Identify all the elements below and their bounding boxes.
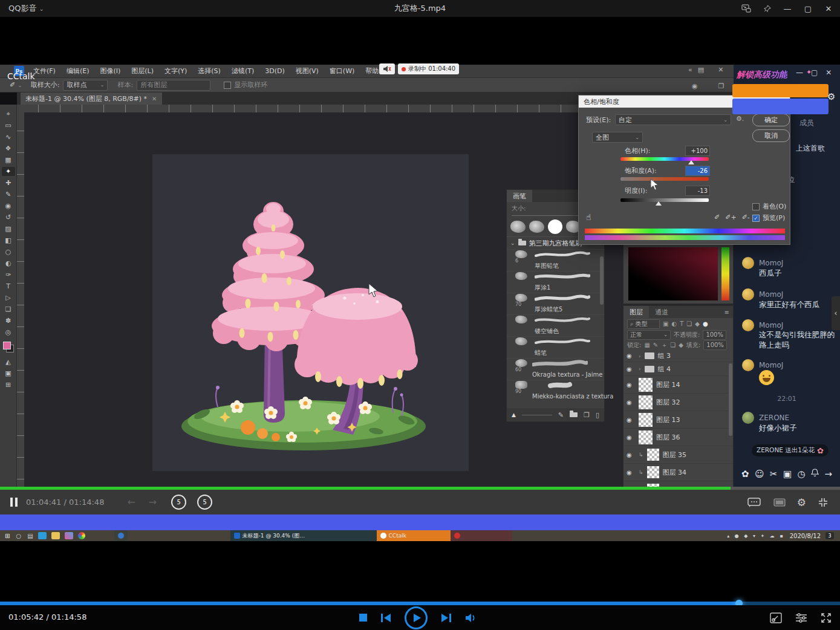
saturation-value-field[interactable] xyxy=(628,247,718,300)
lightness-slider[interactable] xyxy=(620,198,709,202)
path-select-tool-icon[interactable]: ▷ xyxy=(2,293,15,302)
maximize-icon[interactable]: ▢ xyxy=(798,0,818,17)
inner-pause-icon[interactable] xyxy=(10,498,18,507)
collapse-panels-icon[interactable]: « xyxy=(688,66,692,74)
forward-5s-icon[interactable]: 5 xyxy=(197,495,212,510)
eyedropper-tool-icon[interactable]: ✦ xyxy=(2,167,15,176)
filter-shape-icon[interactable]: ❏ xyxy=(686,320,692,327)
brush-tip-1[interactable] xyxy=(510,221,526,233)
zoom-tool-icon[interactable]: ◎ xyxy=(2,328,15,337)
lock-artboard-icon[interactable]: ❏ xyxy=(670,342,676,348)
new-snapshot-icon[interactable]: ❐ xyxy=(718,82,724,90)
pin-icon[interactable] xyxy=(757,0,777,17)
panel-menu-icon[interactable]: ≡ xyxy=(724,309,729,316)
camera-panel-icon[interactable]: ◉ xyxy=(692,82,698,90)
chat-minimize-icon[interactable]: — xyxy=(796,68,803,77)
panel-close-icon[interactable]: ✕ xyxy=(718,66,723,74)
menu-window[interactable]: 窗口(W) xyxy=(324,67,360,76)
on-image-adjust-icon[interactable]: ☝ xyxy=(586,212,591,222)
layer-row[interactable]: ◉ 图层 13 xyxy=(623,411,733,429)
message-user[interactable]: MomoJ xyxy=(759,290,783,299)
lock-position-icon[interactable]: ＋ xyxy=(661,341,667,349)
eye-icon[interactable]: ◉ xyxy=(627,434,635,441)
hue-value[interactable]: +100 xyxy=(685,146,710,156)
filter-toggle-icon[interactable]: ● xyxy=(703,320,708,327)
layer-row[interactable]: ◉ 图层 14 xyxy=(623,376,733,394)
lock-transparent-icon[interactable]: ▦ xyxy=(644,342,650,348)
layer-row[interactable]: ◉ 图层 36 xyxy=(623,429,733,446)
avatar[interactable] xyxy=(742,359,754,371)
message-user[interactable]: MomoJ xyxy=(759,361,783,369)
avatar[interactable] xyxy=(742,319,754,331)
stroke-preview-icon[interactable]: ✎ xyxy=(558,411,564,419)
blur-tool-icon[interactable]: ○ xyxy=(2,247,15,256)
cancel-button[interactable]: 取消 xyxy=(752,129,790,142)
group-caret-icon[interactable]: › xyxy=(639,353,641,359)
channel-dropdown[interactable]: 全图⌄ xyxy=(592,132,643,143)
layer-row[interactable]: ◉ 图层 32 xyxy=(623,394,733,411)
eyedropper-minus-icon[interactable]: ✐- xyxy=(742,213,750,221)
layer-row-group[interactable]: ◉ › 组 3 xyxy=(623,350,733,362)
quick-mask-icon[interactable]: ◭ xyxy=(2,357,15,366)
colorize-checkbox-row[interactable]: 着色(O) xyxy=(752,202,786,211)
taskbar-browser-icon[interactable] xyxy=(78,532,85,539)
taskbar-cctalk-button[interactable]: CCtalk xyxy=(377,530,451,541)
hand-tool-icon[interactable]: ✽ xyxy=(2,316,15,325)
brush-tip-selected[interactable] xyxy=(548,219,562,234)
inner-settings-gear-icon[interactable]: ⚙ xyxy=(797,496,806,508)
eye-icon[interactable]: ◉ xyxy=(627,352,635,359)
image-icon[interactable]: ▣ xyxy=(783,469,792,479)
flower-icon[interactable]: ✿ xyxy=(741,469,749,479)
menu-type[interactable]: 文字(Y) xyxy=(159,67,192,76)
brush-panel-tab[interactable]: 画笔 xyxy=(507,190,532,202)
exit-fullscreen-icon[interactable] xyxy=(816,497,830,508)
eye-icon[interactable]: ◉ xyxy=(627,366,635,372)
eye-icon[interactable]: ◉ xyxy=(627,452,635,458)
stop-button[interactable] xyxy=(359,614,367,622)
lightness-value[interactable]: -13 xyxy=(685,186,710,196)
taskbar-red-app-button[interactable] xyxy=(451,530,512,541)
preset-gear-icon[interactable]: ⚙. xyxy=(736,115,744,123)
preview-slider[interactable] xyxy=(522,415,552,415)
new-brush-icon[interactable]: ❐ xyxy=(584,411,590,419)
screen-mode-icon[interactable]: ▣ xyxy=(2,369,15,378)
lasso-tool-icon[interactable]: ∿ xyxy=(2,132,15,141)
lock-pixels-icon[interactable]: ✎ xyxy=(653,342,658,348)
blend-mode-dropdown[interactable]: 正常⌄ xyxy=(627,330,671,340)
brush-item[interactable]: 60 Okragla textura - Jaime xyxy=(507,358,604,380)
delete-brush-icon[interactable]: ▯ xyxy=(596,411,599,419)
channels-tab[interactable]: 通道 xyxy=(649,306,674,318)
eyedropper-plus-icon[interactable]: ✐+ xyxy=(725,213,736,221)
close-icon[interactable]: ✕ xyxy=(818,0,839,17)
screen-mode-icon[interactable] xyxy=(772,498,787,507)
eyedropper-tool-icon[interactable]: ✐ xyxy=(10,81,15,89)
saturation-value[interactable]: -26 xyxy=(685,166,710,176)
taskbar-date[interactable]: 2020/8/12 xyxy=(790,533,821,539)
menu-select[interactable]: 选择(S) xyxy=(192,67,226,76)
menu-view[interactable]: 视图(V) xyxy=(290,67,324,76)
message-user[interactable]: MomoJ xyxy=(759,321,783,330)
dock-panel-icon[interactable]: ▤ xyxy=(698,66,704,74)
sample-layers-dropdown[interactable]: 所有图层 xyxy=(137,80,210,91)
ring-checkbox[interactable] xyxy=(224,82,231,89)
taskview-icon[interactable]: ▤ xyxy=(27,533,33,539)
menu-3d[interactable]: 3D(D) xyxy=(259,67,290,75)
move-tool-icon[interactable]: ⌖ xyxy=(2,109,15,119)
rewind-5s-icon[interactable]: 5 xyxy=(171,495,186,510)
fullscreen-button[interactable] xyxy=(821,612,832,623)
next-button[interactable] xyxy=(441,613,452,623)
stamp-tool-icon[interactable]: ◉ xyxy=(2,201,15,210)
tray-icons[interactable]: ▴ ● ◆ ▾ ✦ ☁ ▪ xyxy=(727,533,785,539)
playlist-settings-button[interactable] xyxy=(795,613,807,623)
crop-tool-icon[interactable]: ▦ xyxy=(2,155,15,164)
bell-icon[interactable] xyxy=(811,469,819,479)
chat-settings-gear-icon[interactable]: ⚙ xyxy=(827,91,835,102)
chat-close-icon[interactable]: ✕ xyxy=(825,68,832,77)
avatar[interactable] xyxy=(742,257,754,269)
taskbar-folder-icon[interactable] xyxy=(51,532,60,539)
message-user[interactable]: ZERONE xyxy=(759,414,789,422)
volume-button[interactable] xyxy=(465,613,477,623)
start-icon[interactable]: ⊞ xyxy=(5,533,10,539)
inner-back-icon[interactable]: ← xyxy=(127,496,135,508)
emoji-icon[interactable]: ☺ xyxy=(755,469,764,479)
